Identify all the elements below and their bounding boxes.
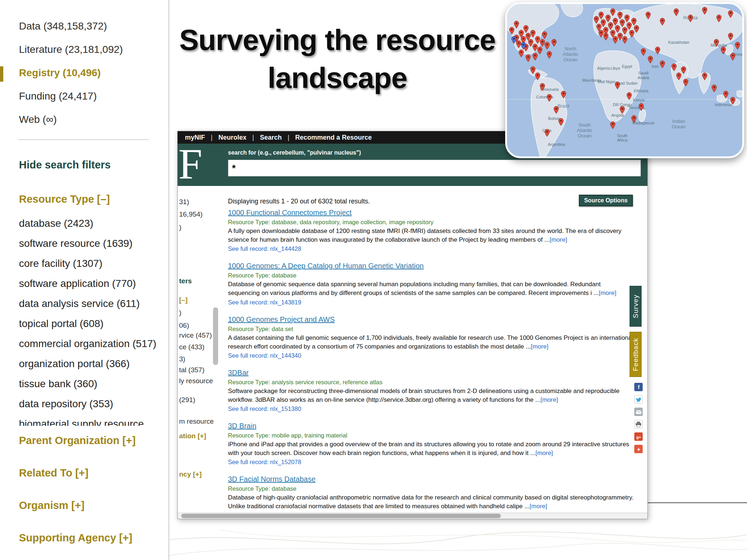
map-pin-icon[interactable] — [599, 12, 604, 19]
map-pin-icon[interactable] — [620, 106, 625, 114]
map-pin-icon[interactable] — [659, 18, 665, 26]
facebook-icon[interactable]: f — [634, 383, 643, 391]
map-pin-icon[interactable] — [544, 42, 550, 50]
result-title-link[interactable]: 3DBar — [228, 369, 249, 377]
map-pin-icon[interactable] — [716, 15, 721, 22]
survey-tab[interactable]: Survey — [630, 286, 642, 327]
result-more-link[interactable]: [more] — [531, 343, 548, 350]
map-pin-icon[interactable] — [551, 39, 557, 47]
map-pin-icon[interactable] — [610, 121, 616, 129]
map-pin-icon[interactable] — [610, 8, 616, 16]
result-record-link[interactable]: See full record: nlx_143819 — [228, 299, 301, 306]
map-pin-icon[interactable] — [711, 85, 717, 92]
result-title-link[interactable]: 3D Facial Norms Database — [228, 475, 316, 483]
map-pin-icon[interactable] — [683, 79, 689, 86]
map-pin-icon[interactable] — [648, 56, 653, 63]
map-pin-icon[interactable] — [655, 47, 660, 54]
filter-section-header[interactable]: Parent Organization [+] — [19, 435, 136, 447]
map-pin-icon[interactable] — [631, 18, 637, 26]
result-record-link[interactable]: See full record: nlx_151380 — [228, 405, 301, 412]
map-pin-icon[interactable] — [702, 7, 707, 15]
facet-item[interactable]: Registry (10,496) — [19, 61, 123, 85]
map-pin-icon[interactable] — [714, 39, 719, 47]
map-pin-icon[interactable] — [523, 25, 529, 33]
map-pin-icon[interactable] — [638, 103, 644, 111]
map-pin-icon[interactable] — [542, 31, 547, 39]
map-pin-icon[interactable] — [533, 53, 538, 61]
map-pin-icon[interactable] — [561, 91, 566, 98]
resource-type-item[interactable]: biomaterial supply resource — [19, 414, 165, 426]
map-pin-icon[interactable] — [612, 36, 618, 44]
map-pin-icon[interactable] — [518, 50, 524, 57]
map-pin-icon[interactable] — [547, 51, 552, 59]
resource-type-item[interactable]: data analysis service (611) — [19, 293, 165, 314]
share-icon[interactable]: + — [634, 445, 643, 453]
result-title-link[interactable]: 3D Brain — [228, 422, 256, 430]
map-pin-blue-icon[interactable] — [521, 42, 526, 50]
result-more-link[interactable]: [more] — [530, 503, 547, 510]
world-map[interactable]: RussiaKazakhstanMongoliaChinaNorth Atlan… — [505, 2, 744, 158]
map-pin-icon[interactable] — [554, 106, 559, 114]
map-pin-icon[interactable] — [728, 33, 733, 40]
result-more-link[interactable]: [more] — [535, 450, 553, 456]
map-pin-icon[interactable] — [730, 97, 736, 105]
result-record-link[interactable]: See full record: nlx_152078 — [228, 459, 301, 466]
map-pin-icon[interactable] — [539, 83, 545, 91]
resource-type-header[interactable]: Resource Type [–] — [19, 193, 110, 205]
resource-type-item[interactable]: core facility (1307) — [19, 253, 165, 273]
map-pin-icon[interactable] — [603, 33, 608, 40]
hide-search-filters-link[interactable]: Hide search filters — [19, 159, 111, 171]
result-more-link[interactable]: [more] — [599, 289, 616, 296]
facet-item[interactable]: Funding (24,417) — [19, 85, 123, 108]
map-pin-icon[interactable] — [627, 92, 632, 100]
map-pin-icon[interactable] — [634, 25, 639, 33]
map-pin-icon[interactable] — [537, 47, 543, 54]
resource-type-item[interactable]: commercial organization (517) — [19, 334, 165, 354]
map-pin-icon[interactable] — [535, 73, 540, 80]
resource-type-item[interactable]: tissue bank (360) — [19, 374, 165, 394]
resource-type-item[interactable]: data repository (353) — [19, 394, 165, 414]
map-pin-icon[interactable] — [681, 66, 686, 74]
facet-item[interactable]: Literature (23,181,092) — [19, 38, 123, 61]
map-pin-icon[interactable] — [526, 54, 531, 62]
nav-item[interactable]: Search — [260, 134, 282, 141]
map-pin-icon[interactable] — [728, 10, 733, 18]
source-options-button[interactable]: Source Options — [579, 195, 633, 206]
map-pin-icon[interactable] — [721, 47, 726, 54]
facet-item[interactable]: Data (348,158,372) — [19, 15, 123, 38]
google-plus-icon[interactable]: g+ — [634, 432, 643, 441]
map-pin-icon[interactable] — [544, 129, 550, 137]
map-pin-icon[interactable] — [671, 63, 677, 71]
map-pin-icon[interactable] — [631, 115, 637, 123]
map-pin-icon[interactable] — [558, 118, 564, 126]
search-input[interactable] — [228, 160, 641, 176]
map-pin-icon[interactable] — [735, 42, 740, 50]
map-pin-icon[interactable] — [599, 30, 604, 38]
horizontal-scrollbar-thumb[interactable] — [181, 514, 501, 518]
map-pin-icon[interactable] — [730, 53, 736, 61]
map-pin-icon[interactable] — [646, 12, 651, 19]
print-icon[interactable] — [634, 420, 643, 428]
nav-item[interactable]: Recommend a Resource — [295, 134, 372, 141]
resource-type-item[interactable]: database (2423) — [19, 213, 165, 233]
map-pin-icon[interactable] — [659, 61, 665, 68]
result-record-link[interactable]: See full record: nlx_144428 — [228, 245, 301, 252]
map-pin-icon[interactable] — [641, 48, 646, 56]
horizontal-scrollbar[interactable] — [178, 513, 647, 519]
vertical-scrollbar-thumb[interactable] — [213, 307, 218, 365]
result-title-link[interactable]: 1000 Genomes Project and AWS — [228, 315, 335, 324]
map-pin-icon[interactable] — [674, 8, 679, 16]
resource-type-item[interactable]: topical portal (608) — [19, 314, 165, 334]
map-pin-icon[interactable] — [702, 73, 707, 80]
resource-type-item[interactable]: software resource (1639) — [19, 233, 165, 253]
map-pin-icon[interactable] — [514, 21, 519, 28]
filter-section-header[interactable]: Supporting Agency [+] — [19, 532, 136, 544]
resource-type-item[interactable]: organization portal (366) — [19, 354, 165, 374]
map-pin-icon[interactable] — [617, 12, 623, 19]
map-pin-blue-icon[interactable] — [511, 36, 517, 44]
map-pin-icon[interactable] — [688, 15, 693, 22]
map-pin-icon[interactable] — [624, 15, 630, 22]
resource-type-item[interactable]: software application (770) — [19, 273, 165, 293]
result-more-link[interactable]: [more] — [541, 396, 558, 403]
result-title-link[interactable]: 1000 Functional Connectomes Project — [228, 209, 352, 217]
